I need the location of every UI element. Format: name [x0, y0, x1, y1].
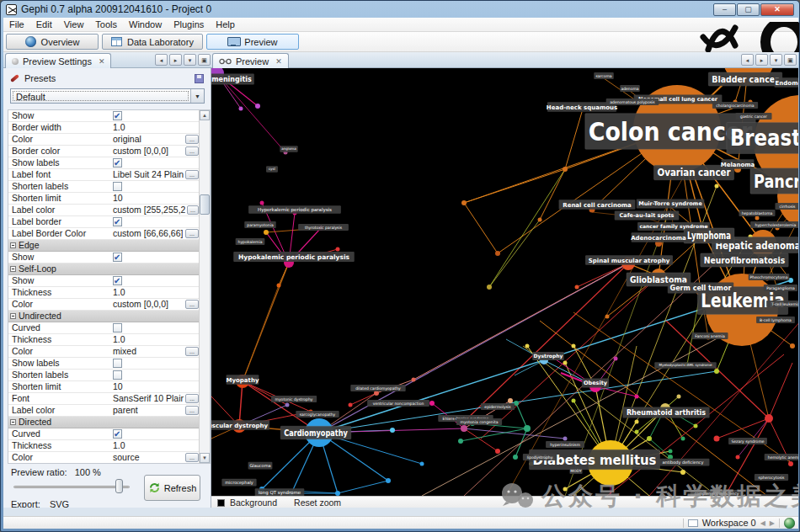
status-globe-icon[interactable] [784, 518, 795, 529]
node-label[interactable]: lipodystrophy [527, 455, 553, 460]
settings-scrollbar[interactable]: ▲ ▼ [199, 110, 210, 463]
ellipsis-button[interactable]: ... [185, 229, 199, 238]
graph-node[interactable] [264, 230, 269, 235]
node-label[interactable]: paramyotonia [247, 223, 274, 227]
slider-thumb[interactable] [115, 479, 123, 493]
graph-node[interactable] [524, 425, 531, 432]
node-label[interactable]: Muscular dystrophy [211, 423, 269, 429]
preview-ratio-slider[interactable] [13, 486, 130, 488]
settings-row[interactable]: Shorten limit10 [8, 193, 200, 205]
settings-row[interactable]: Shorten limit10 [8, 381, 200, 393]
graph-node[interactable] [336, 247, 340, 252]
graph-node[interactable] [635, 430, 639, 434]
graph-node[interactable] [714, 369, 719, 374]
settings-section-self-loop[interactable]: Self-Loop [8, 263, 200, 275]
node-label[interactable]: Sezary syndrome [731, 439, 764, 444]
graph-node[interactable] [495, 449, 500, 454]
menu-file[interactable]: File [3, 18, 30, 31]
toolbar-tab-data-laboratory[interactable]: Data Laboratory [102, 34, 203, 50]
ellipsis-button[interactable]: ... [187, 205, 199, 215]
graph-node[interactable] [635, 420, 639, 424]
collapse-icon[interactable] [10, 313, 16, 319]
graph-node[interactable] [614, 357, 618, 361]
settings-row[interactable]: Show [8, 252, 200, 263]
graph-node[interactable] [563, 487, 568, 492]
settings-row[interactable]: Colorcustom [0,0,0]... [8, 299, 200, 311]
graph-node[interactable] [755, 216, 760, 221]
preset-dropdown[interactable]: Default ▼ [10, 88, 205, 104]
checkbox[interactable] [113, 276, 122, 285]
settings-section-directed[interactable]: Directed [8, 417, 200, 428]
node-label[interactable]: Glaucoma [249, 463, 270, 468]
maximize-dock-button[interactable]: ▣ [198, 54, 211, 66]
settings-row[interactable]: FontSansSerif 10 Plain... [8, 393, 200, 405]
node-label[interactable]: Muir-Torre syndrome [638, 200, 702, 207]
checkbox[interactable] [113, 217, 122, 226]
settings-row[interactable]: Label colorparent... [8, 405, 200, 417]
settings-row[interactable]: Shorten labels [8, 181, 200, 193]
ellipsis-button[interactable]: ... [185, 347, 199, 356]
scroll-right-button[interactable]: ▸ [169, 54, 182, 66]
checkbox[interactable] [113, 158, 122, 168]
graph-node[interactable] [790, 343, 795, 348]
graph-node[interactable] [239, 107, 243, 111]
property-value[interactable]: 1.0 [113, 334, 125, 345]
tab-preview[interactable]: Preview ✕ [212, 53, 289, 68]
settings-row[interactable]: Label colorcustom [255,255,255]... [8, 205, 200, 216]
node-label[interactable]: Germ cell tumor [670, 285, 732, 292]
graph-node[interactable] [277, 284, 281, 288]
settings-row[interactable]: Shorten labels [8, 370, 200, 381]
settings-row[interactable]: Label fontLibel Suit 24 Plain... [8, 169, 200, 181]
scroll-down-icon[interactable]: ▼ [200, 453, 210, 463]
graph-node[interactable] [458, 439, 463, 444]
toolbar-tab-overview[interactable]: Overview [6, 34, 99, 50]
ellipsis-button[interactable]: ... [185, 406, 199, 415]
menu-view[interactable]: View [58, 18, 90, 31]
checkbox[interactable] [113, 359, 122, 368]
node-label[interactable]: meningitis [211, 76, 252, 83]
dropdown-button[interactable]: ▾ [770, 54, 782, 66]
node-label[interactable]: thyrotoxic paralysis [305, 226, 343, 230]
workspace-prev-icon[interactable]: ◀ [760, 519, 765, 527]
ellipsis-button[interactable]: ... [185, 135, 199, 144]
settings-row[interactable]: Show labels [8, 358, 200, 370]
reset-zoom-button[interactable]: Reset zoom [294, 497, 341, 508]
node-label[interactable]: Myopathy [227, 377, 259, 384]
graph-node[interactable] [285, 403, 290, 407]
graph-canvas[interactable]: Colon cancerBreastPancreBladder cancerOv… [211, 68, 798, 496]
node-label[interactable]: dilated cardiomyopathy [355, 386, 401, 391]
node-label[interactable]: Pancre [754, 172, 798, 192]
maximize-dock-button[interactable]: ▣ [784, 54, 797, 66]
node-label[interactable]: long QT syndrome [259, 490, 301, 496]
node-label[interactable]: hemolytic anemia [768, 455, 798, 460]
graph-node[interactable] [563, 437, 568, 441]
settings-row[interactable]: Border colorcustom [0,0,0]... [8, 146, 200, 157]
node-label[interactable]: Renal cell carcinoma [563, 202, 632, 209]
graph-node[interactable] [386, 478, 391, 483]
save-preset-icon[interactable] [195, 74, 204, 83]
node-label[interactable]: myotonia congenita [461, 420, 499, 424]
menu-help[interactable]: Help [210, 18, 241, 31]
node-label[interactable]: hyperinsulinism [550, 443, 580, 447]
workspace-next-icon[interactable]: ▶ [770, 519, 775, 527]
checkbox[interactable] [113, 323, 122, 332]
settings-row[interactable]: Curved [8, 322, 200, 334]
node-label[interactable]: Paraganglioma [766, 286, 795, 290]
graph-node[interactable] [461, 425, 467, 432]
node-label[interactable]: spherocytosis [759, 476, 786, 480]
menu-plugins[interactable]: Plugins [168, 18, 210, 31]
background-label[interactable]: Background [230, 497, 277, 508]
workspace-label[interactable]: Workspace 0 [702, 518, 756, 528]
node-label[interactable]: Spinal muscular atrophy [589, 258, 670, 264]
tab-close-icon[interactable]: ✕ [99, 57, 105, 66]
graph-node[interactable] [715, 184, 719, 189]
property-value[interactable]: source [113, 452, 140, 463]
property-value[interactable]: 10 [113, 381, 123, 392]
property-value[interactable]: custom [66,66,66] [113, 228, 183, 239]
node-label[interactable]: Obesity [584, 380, 608, 386]
graph-node[interactable] [487, 285, 492, 290]
node-label[interactable]: hypercholesterolemia [755, 223, 797, 227]
node-label[interactable]: Adenocarcinoma [631, 235, 686, 242]
graph-node[interactable] [255, 104, 260, 109]
ellipsis-button[interactable]: ... [185, 300, 199, 309]
